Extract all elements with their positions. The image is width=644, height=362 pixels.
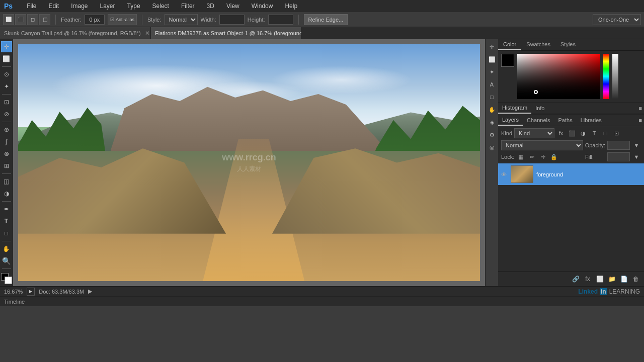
subtract-selection-btn[interactable]: ◻ [27,14,38,25]
tab-channels[interactable]: Channels [523,115,554,125]
lasso-tool[interactable]: ⊙ [1,69,12,80]
lock-all-icon[interactable]: 🔒 [549,152,558,161]
menu-3d[interactable]: 3D [205,2,216,11]
color-gradient-picker[interactable] [517,54,600,99]
tab-paths[interactable]: Paths [554,115,577,125]
gradient-tool[interactable]: ◫ [1,176,12,187]
tab-layers[interactable]: Layers [498,115,523,126]
height-input[interactable] [268,15,293,25]
menu-edit[interactable]: Edit [46,2,61,11]
type-tool[interactable]: T [1,216,12,227]
brush-tool[interactable]: ∫ [1,136,12,147]
tab-styles[interactable]: Styles [555,39,581,50]
lock-transparency-icon[interactable]: ▦ [516,152,525,161]
tab-swatches[interactable]: Swatches [521,39,555,50]
menu-filter[interactable]: Filter [179,2,197,11]
foreground-swatch[interactable] [501,54,514,67]
right-icon-settings[interactable]: ⚙ [487,129,498,140]
doc-tab-1-label: Flatirons DM39378 as Smart Object-1 @ 16… [155,30,302,36]
healing-tool[interactable]: ⊕ [1,124,12,135]
crop-tool[interactable]: ⊡ [1,97,12,108]
fill-chevron[interactable]: ▼ [632,152,641,161]
color-panel-menu[interactable]: ≡ [637,41,644,49]
blend-mode-dropdown[interactable]: Normal [501,140,583,150]
smart-icon[interactable]: ⊡ [612,129,621,138]
fx-icon[interactable]: fx [556,129,566,138]
fill-input[interactable]: 100% [607,152,630,161]
layers-panel-menu[interactable]: ≡ [637,116,644,124]
tab-libraries[interactable]: Libraries [577,115,606,125]
new-layer-icon[interactable]: 📄 [619,274,629,284]
background-color[interactable] [5,277,12,284]
dodge-tool[interactable]: ◑ [1,188,12,199]
lock-position-icon[interactable]: ✛ [538,152,547,161]
histogram-panel-menu[interactable]: ≡ [637,104,644,112]
menu-view[interactable]: View [224,2,242,11]
menu-type[interactable]: Type [125,2,142,11]
color-picker-marker[interactable] [534,90,538,94]
zoom-indicator-btn[interactable]: ▶ [27,288,35,296]
right-icon-hand[interactable]: ✋ [487,104,498,115]
right-icon-select[interactable]: ⬜ [487,54,498,65]
spectrum-slider[interactable] [612,54,618,99]
menu-file[interactable]: File [25,2,38,11]
style-dropdown[interactable]: Normal [165,14,198,25]
link-layers-icon[interactable]: 🔗 [571,274,581,284]
status-arrow[interactable]: ▶ [88,288,92,295]
opacity-input[interactable]: 100% [607,141,630,150]
add-mask-icon[interactable]: ⬜ [595,274,605,284]
doc-tab-1[interactable]: Flatirons DM39378 as Smart Object-1 @ 16… [151,27,302,39]
lock-paint-icon[interactable]: ✏ [527,152,536,161]
new-selection-btn[interactable]: ⬜ [3,14,14,25]
feather-input[interactable] [85,15,105,25]
layer-item-foreground[interactable]: 👁 foreground [498,163,644,185]
hue-slider[interactable] [603,54,609,99]
opacity-chevron[interactable]: ▼ [632,141,641,150]
shape-icon[interactable]: □ [601,129,610,138]
right-icon-move[interactable]: ✛ [487,41,498,52]
clone-tool[interactable]: ⊗ [1,148,12,159]
right-icon-adjust[interactable]: ◎ [487,142,498,153]
pixel-icon[interactable]: ⬛ [568,129,577,138]
refine-edge-button[interactable]: Refine Edge... [304,14,348,25]
marquee-tool[interactable]: ⬜ [1,53,12,64]
tab-color[interactable]: Color [498,39,521,50]
width-input[interactable] [219,15,245,25]
fg-bg-colors[interactable] [1,273,12,284]
workspace-dropdown[interactable]: One-on-One [593,14,641,25]
right-panels: Color Swatches Styles ≡ [498,39,644,286]
right-icon-3d[interactable]: ◈ [487,117,498,128]
layer-visibility-icon[interactable]: 👁 [501,171,507,177]
delete-layer-icon[interactable]: 🗑 [631,274,641,284]
zoom-tool[interactable]: 🔍 [1,255,12,266]
eyedropper-tool[interactable]: ⊘ [1,109,12,120]
menu-window[interactable]: Window [250,2,275,11]
menu-help[interactable]: Help [283,2,299,11]
kind-dropdown[interactable]: Kind [514,128,554,138]
new-group-icon[interactable]: 📁 [607,274,617,284]
pen-tool[interactable]: ✒ [1,204,12,215]
adjust-icon[interactable]: ◑ [579,129,588,138]
tab-info[interactable]: Info [531,103,548,113]
antialias-checkbox[interactable]: ☑ Anti-alias [108,14,137,25]
menu-image[interactable]: Image [69,2,90,11]
intersect-selection-btn[interactable]: ◫ [39,14,50,25]
move-tool[interactable]: ✛ [1,41,12,52]
hand-tool[interactable]: ✋ [1,243,12,254]
eraser-tool[interactable]: ⊞ [1,160,12,171]
timeline-label[interactable]: Timeline [4,299,25,305]
right-icon-shape[interactable]: □ [487,92,498,103]
canvas-area[interactable]: www.rrcg.cn人人素材 [13,39,485,286]
add-selection-btn[interactable]: ⬛ [15,14,26,25]
add-style-icon[interactable]: fx [583,274,593,284]
type-icon[interactable]: T [590,129,599,138]
shape-tool[interactable]: □ [1,228,12,239]
menu-layer[interactable]: Layer [98,2,117,11]
magic-wand-tool[interactable]: ✦ [1,81,12,92]
tab-histogram[interactable]: Histogram [498,103,531,114]
right-icon-type[interactable]: A [487,79,498,90]
menu-select[interactable]: Select [150,2,171,11]
doc-tab-0[interactable]: Skunk Canyon Trail.psd @ 16.7% (foregrou… [0,27,151,39]
doc-tab-0-close[interactable]: ✕ [145,30,150,37]
right-icon-brush[interactable]: ✦ [487,66,498,77]
